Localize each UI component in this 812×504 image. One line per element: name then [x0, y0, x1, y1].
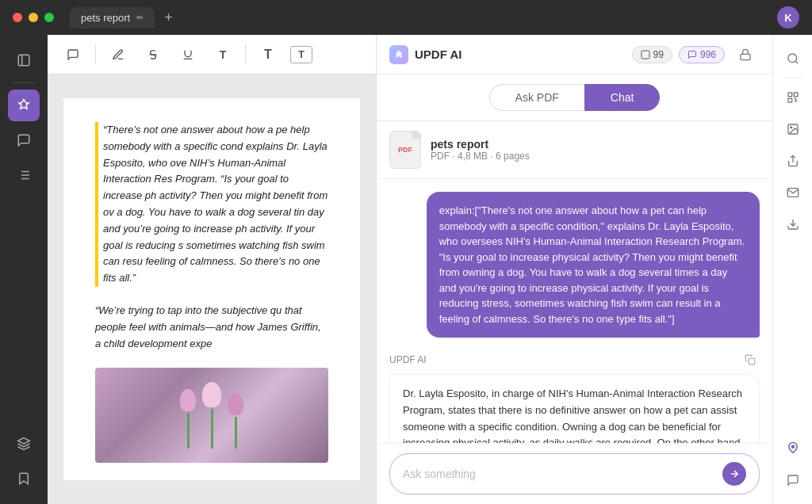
svg-rect-13: [749, 358, 755, 365]
avatar: K: [777, 6, 799, 29]
ai-message-wrapper: UPDF AI Dr. Layla Esposito, in charge of…: [389, 350, 760, 443]
ai-header: UPDF AI 99 996: [377, 35, 772, 74]
ai-message-sender: UPDF AI: [389, 354, 427, 365]
document-content: “There’s not one answer about how a pe h…: [48, 74, 376, 504]
svg-rect-17: [788, 93, 792, 97]
svg-point-15: [788, 54, 797, 63]
svg-rect-18: [794, 93, 798, 97]
copy-icon[interactable]: [741, 350, 760, 369]
svg-marker-8: [18, 438, 30, 445]
sidebar-search-icon[interactable]: [779, 44, 807, 73]
svg-rect-11: [642, 51, 649, 59]
document-paragraph-1: “There’s not one answer about how a pe h…: [95, 122, 328, 287]
sidebar-icon-layers[interactable]: [8, 428, 40, 460]
left-sidebar: [0, 35, 48, 504]
sidebar-divider: [783, 78, 802, 78]
close-button[interactable]: [13, 13, 22, 22]
pdf-icon: PDF: [389, 131, 421, 169]
maximize-button[interactable]: [44, 13, 54, 22]
tab-ask-pdf[interactable]: Ask PDF: [489, 84, 584, 111]
highlight-marker: [95, 122, 98, 287]
user-message: explain:["There's not one answer about h…: [427, 192, 760, 338]
sidebar-ai-icon[interactable]: [779, 434, 807, 463]
tab-area: pets report ✏ +: [70, 7, 176, 29]
sidebar-icon-bookmark[interactable]: [8, 463, 40, 494]
traffic-lights: [13, 13, 54, 22]
chat-messages[interactable]: explain:["There's not one answer about h…: [377, 179, 772, 443]
sidebar-share-icon[interactable]: [779, 147, 807, 175]
add-tab-button[interactable]: +: [161, 10, 176, 26]
chat-input[interactable]: [403, 468, 716, 480]
sidebar-scanner-icon[interactable]: [779, 83, 807, 112]
toolbar-text-normal-icon[interactable]: T: [255, 42, 281, 67]
ai-message: Dr. Layla Esposito, in charge of NIH's H…: [389, 374, 760, 443]
active-tab[interactable]: pets report ✏: [70, 7, 155, 29]
toolbar-divider-2: [245, 45, 246, 64]
toolbar-comment-icon[interactable]: [60, 42, 86, 67]
sidebar-image-icon[interactable]: [779, 115, 807, 143]
edit-icon[interactable]: ✏: [136, 13, 144, 23]
toolbar-strikethrough-icon[interactable]: [140, 42, 166, 67]
sidebar-icon-list[interactable]: [8, 159, 40, 191]
right-sidebar: [772, 35, 812, 504]
toolbar-pen-icon[interactable]: [105, 42, 131, 67]
svg-rect-12: [741, 54, 750, 59]
lock-icon[interactable]: [731, 40, 760, 69]
page: “There’s not one answer about how a pe h…: [63, 98, 360, 480]
sidebar-download-icon[interactable]: [779, 210, 807, 239]
sidebar-mail-icon[interactable]: [779, 178, 807, 207]
main-area: T T T “There’s not one answer about how …: [0, 35, 812, 504]
ai-panel: UPDF AI 99 996 Ask PDF Chat: [376, 35, 772, 504]
svg-rect-19: [788, 98, 792, 102]
ai-tabs: Ask PDF Chat: [377, 74, 772, 121]
ai-header-right: 99 996: [632, 40, 760, 69]
tab-label: pets report: [81, 12, 130, 24]
badge-count2: 996: [679, 46, 725, 63]
title-bar: pets report ✏ + K: [0, 0, 812, 35]
ai-message-header: UPDF AI: [389, 350, 760, 369]
file-details: pets report PDF · 4,8 MB · 6 pages: [431, 138, 530, 162]
tab-chat[interactable]: Chat: [584, 84, 661, 111]
send-button[interactable]: [722, 462, 746, 486]
updf-logo: [389, 45, 408, 64]
sidebar-icon-comment[interactable]: [8, 124, 40, 156]
sidebar-icon-highlight[interactable]: [8, 90, 40, 121]
svg-point-21: [790, 127, 791, 128]
badge-count1: 99: [632, 46, 672, 63]
sidebar-divider: [12, 82, 36, 83]
toolbar-divider-1: [95, 45, 96, 64]
sidebar-chat-icon[interactable]: [779, 466, 807, 494]
file-name: pets report: [431, 138, 530, 151]
sidebar-icon-pages[interactable]: [8, 44, 40, 76]
ai-title: UPDF AI: [415, 48, 462, 61]
file-info: PDF pets report PDF · 4,8 MB · 6 pages: [377, 121, 772, 179]
svg-line-16: [795, 61, 798, 63]
file-meta: PDF · 4,8 MB · 6 pages: [431, 151, 530, 162]
toolbar-underline-icon[interactable]: [175, 42, 201, 67]
toolbar-text-T-icon[interactable]: T: [210, 42, 236, 67]
chat-input-wrapper: [389, 453, 760, 494]
toolbar-text-outlined-icon[interactable]: T: [290, 46, 312, 63]
svg-rect-0: [18, 55, 29, 66]
svg-point-24: [791, 445, 794, 448]
document-paragraph-2: “We’re trying to tap into the subjective…: [95, 303, 328, 352]
document-wrapper: T T T “There’s not one answer about how …: [48, 35, 376, 504]
toolbar: T T T: [48, 35, 376, 74]
document-image: [95, 368, 328, 463]
minimize-button[interactable]: [29, 13, 38, 22]
chat-input-area: [377, 443, 772, 504]
